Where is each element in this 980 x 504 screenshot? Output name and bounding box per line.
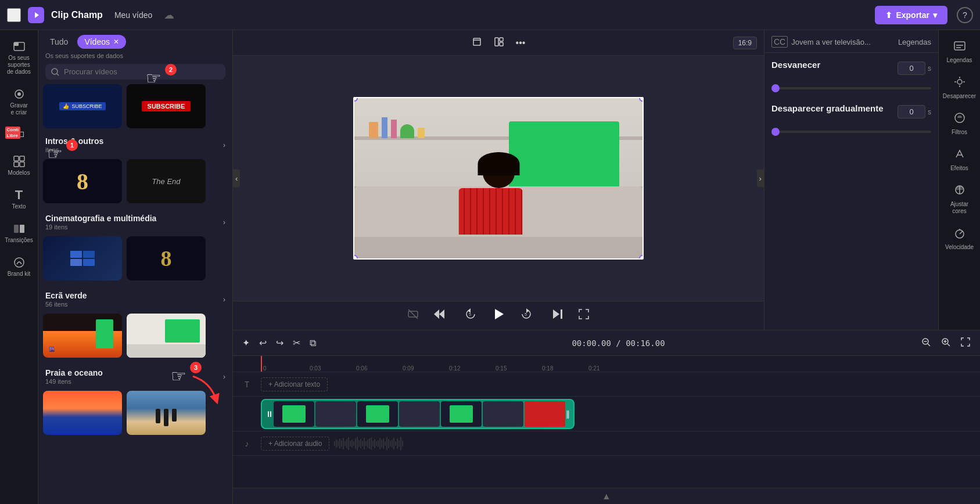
timeline-copy-button[interactable]: ⧉ (307, 336, 318, 351)
app-name: Clip Champ (51, 10, 103, 20)
subtitles-label: Legendas (898, 38, 931, 46)
category-cinema-info: Cinematografia e multimédia 19 itens (45, 214, 156, 231)
fade-in-input[interactable] (898, 62, 925, 75)
svg-rect-3 (14, 42, 19, 46)
right-icon-filters[interactable]: Filtros (940, 107, 979, 141)
timeline-ruler: 0 0:03 0:06 0:09 0:12 0:15 (233, 356, 980, 372)
timeline-playhead[interactable] (261, 356, 262, 372)
green-screen-thumb1[interactable]: 🌆 (43, 314, 122, 358)
center-right-wrapper: ••• 16:9 ‹ (233, 30, 980, 504)
beach-thumb2[interactable] (127, 391, 206, 435)
fade-in-row: Desvanecer s (771, 60, 931, 77)
right-panel-title: CC Jovem a ver televisão... Legendas (771, 36, 931, 48)
right-icon-subtitles[interactable]: Legendas (940, 35, 979, 69)
beach-thumb1[interactable] (43, 391, 122, 435)
video-wrapper[interactable]: ↺ (353, 97, 644, 260)
ruler-mark-21: 0:21 (588, 365, 635, 372)
category-cinema: Cinematografia e multimédia 19 itens › (43, 210, 228, 285)
fade-in-slider[interactable] (771, 87, 931, 89)
right-icon-speed[interactable]: Velocidade (940, 222, 979, 255)
project-name[interactable]: Meu vídeo (114, 10, 152, 20)
category-green-screen-header[interactable]: Ecrã verde 56 itens › (43, 287, 228, 311)
timeline-toolbar: ✦ ↩ ↪ ✂ ⧉ 00:00.00 / 00:16.00 (233, 330, 980, 356)
back5-button[interactable]: 5 (460, 305, 482, 326)
category-cinema-header[interactable]: Cinematografia e multimédia 19 itens › (43, 210, 228, 234)
tab-videos-close[interactable]: ✕ (113, 38, 119, 46)
rewind-button[interactable] (428, 305, 450, 326)
timeline-cut-button[interactable]: ✂ (290, 335, 303, 351)
right-panel-content: Desvanecer s Desaparec (764, 53, 938, 330)
category-beach-thumbs (43, 388, 228, 440)
right-icon-effects[interactable]: Efeitos (940, 143, 979, 177)
skip-end-button[interactable] (547, 305, 569, 326)
tab-videos[interactable]: Vídeos ✕ (77, 35, 126, 49)
sidebar-item-transitions[interactable]: Transições (2, 217, 37, 249)
sidebar-item-brand-content[interactable]: ContiLibre 🏷 (2, 123, 37, 147)
expand-timeline-button[interactable] (958, 334, 973, 352)
help-button[interactable]: ? (957, 7, 973, 23)
fade-out-label: Desaparecer gradualmente (771, 103, 884, 113)
sidebar-item-record[interactable]: Gravare criar (2, 82, 37, 121)
more-button[interactable]: ••• (514, 35, 528, 51)
panel-toggle-left[interactable]: ‹ (233, 170, 240, 188)
clip-pause-icon: ⏸ (265, 409, 274, 419)
timeline-expand-row: ▲ (233, 488, 980, 504)
svg-rect-8 (14, 162, 19, 167)
top-bar-right: ⬆ Exportar ▾ ? (875, 6, 973, 24)
crop-button[interactable] (469, 34, 484, 52)
timeline-redo-button[interactable]: ↪ (274, 335, 286, 351)
intros-thumb2[interactable]: The End (127, 159, 206, 203)
category-intros-arrow: › (223, 141, 225, 149)
fade-out-input[interactable] (898, 105, 925, 118)
right-icon-adjust-colors[interactable]: Ajustarcores (940, 179, 979, 219)
resize-handle-br[interactable] (639, 255, 644, 260)
thumb-subscribe1[interactable]: 👍 SUBSCRIBE (43, 84, 122, 128)
cinema-thumb2[interactable]: 8 (127, 236, 206, 280)
video-clip[interactable]: ⏸ (261, 399, 575, 429)
audio-track-content: + Adicionar áudio (261, 431, 980, 455)
panel-toggle-right[interactable]: › (757, 170, 764, 188)
data-sources-hint: Os seus suportes de dados (38, 51, 232, 62)
category-intros-header[interactable]: Intros & outros itens › (43, 133, 228, 157)
layout-button[interactable] (491, 34, 507, 52)
sidebar-item-media[interactable]: Os seussuportesde dados (2, 35, 37, 80)
fade-in-slider-container (771, 81, 931, 92)
timeline-star-button[interactable]: ✦ (240, 335, 252, 351)
fade-out-slider[interactable] (771, 131, 931, 133)
timeline-undo-button[interactable]: ↩ (257, 335, 269, 351)
green-screen-thumb2[interactable] (127, 314, 206, 358)
thumb-subscribe2[interactable]: SUBSCRIBE (127, 84, 206, 128)
export-chevron-icon: ▾ (933, 10, 937, 20)
clip-thumbnails (262, 400, 573, 428)
right-icon-disappear[interactable]: Desaparecer (940, 71, 979, 105)
fullscreen-button[interactable] (578, 308, 590, 323)
add-audio-button[interactable]: + Adicionar áudio (261, 437, 329, 451)
category-beach-header[interactable]: Praia e oceano 149 itens › (43, 365, 228, 388)
sidebar-item-brandkit[interactable]: Brand kit (2, 251, 37, 282)
right-side-icons: Legendas Desaparecer Filtros (938, 30, 980, 330)
tab-all[interactable]: Tudo (45, 35, 73, 49)
video-track-content: ⏸ (261, 397, 980, 431)
add-text-button[interactable]: + Adicionar texto (261, 377, 328, 391)
right-panel: CC Jovem a ver televisão... Legendas Des… (764, 30, 938, 330)
clip-end-handle[interactable]: ‖ (566, 409, 570, 419)
content-panel-header: Tudo Vídeos ✕ (38, 30, 232, 51)
filters-icon (953, 111, 966, 127)
intros-thumb1[interactable]: 8 (43, 159, 122, 203)
cc-icon: CC (771, 36, 788, 48)
zoom-out-button[interactable] (918, 334, 934, 352)
timeline-expand-toggle[interactable]: ▲ (602, 491, 611, 502)
text-track-content: + Adicionar texto (261, 372, 980, 396)
forward5-button[interactable]: 5 (515, 305, 537, 326)
speed-icon (953, 226, 966, 242)
cinema-thumb1[interactable] (43, 236, 122, 280)
play-button[interactable] (491, 307, 506, 325)
search-input[interactable] (64, 67, 220, 76)
ratio-badge: 16:9 (733, 37, 757, 49)
no-subtitle-button[interactable] (407, 308, 419, 323)
menu-button[interactable] (7, 8, 21, 22)
export-button[interactable]: ⬆ Exportar ▾ (875, 6, 947, 24)
sidebar-item-text[interactable]: T Texto (2, 183, 37, 215)
zoom-in-button[interactable] (938, 334, 953, 352)
sidebar-item-models[interactable]: Modelos (2, 150, 37, 181)
